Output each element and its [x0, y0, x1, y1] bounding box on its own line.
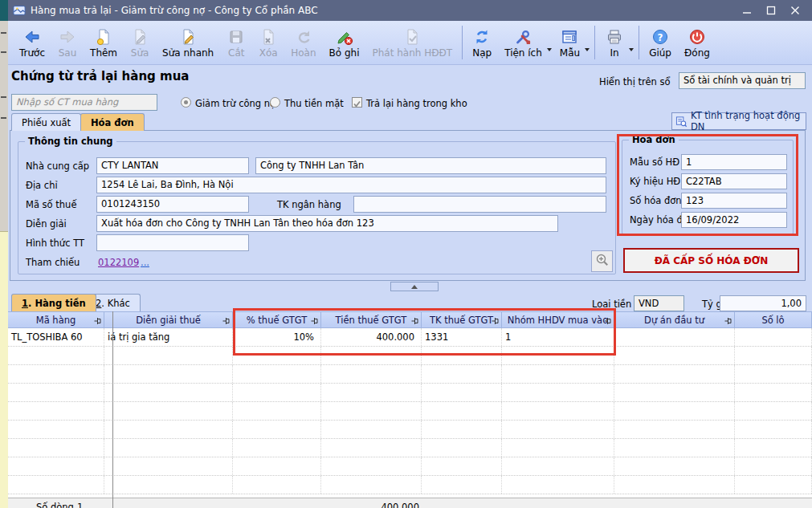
- page-title: Chứng từ trả lại hàng mua: [11, 69, 189, 83]
- frozen-column-divider[interactable]: [112, 311, 113, 508]
- description-input[interactable]: Xuất hóa đơn cho Công ty TNHH Lan Tân th…: [96, 215, 558, 232]
- toolbar-separator: [639, 26, 639, 59]
- pin-icon[interactable]: [724, 316, 732, 327]
- toolbar-button-print[interactable]: In: [598, 23, 630, 62]
- table-cell: [614, 457, 735, 475]
- tab-phieu-xuat[interactable]: Phiếu xuất: [11, 113, 81, 131]
- pin-icon[interactable]: [311, 316, 318, 327]
- column-header[interactable]: Dự án đầu tư: [614, 312, 735, 327]
- table-cell: [502, 476, 614, 494]
- table-row[interactable]: TL_TOSHIBA 60iá trị gia tăng10%400.00013…: [8, 328, 812, 347]
- table-cell: [502, 347, 614, 364]
- table-empty-row[interactable]: [8, 384, 812, 402]
- radio-debt-reduction[interactable]: [181, 97, 191, 108]
- column-header[interactable]: Mã hàng: [8, 312, 104, 327]
- column-header-label: % thuế GTGT: [247, 315, 307, 326]
- supplier-label: Nhà cung cấp: [26, 161, 89, 172]
- table-cell: [422, 421, 502, 438]
- checkbox-return-goods[interactable]: [352, 97, 362, 108]
- table-cell: [233, 457, 321, 475]
- table-empty-row[interactable]: [8, 457, 812, 476]
- invoice-field-input[interactable]: C22TAB: [681, 173, 787, 189]
- table-cell: [735, 457, 812, 475]
- table-cell: [233, 365, 321, 383]
- pin-icon[interactable]: [604, 316, 611, 327]
- table-cell: 400.000: [321, 328, 422, 346]
- tab-hang-tien[interactable]: 1. Hàng tiền: [11, 294, 96, 311]
- issue-einvoice-icon: [402, 27, 422, 47]
- column-header[interactable]: Số lô: [735, 312, 812, 327]
- column-header-label: Nhóm HHDV mua vào: [508, 315, 608, 326]
- pin-icon[interactable]: [411, 316, 418, 327]
- payment-method-input[interactable]: [96, 234, 249, 251]
- table-cell: [422, 365, 502, 383]
- invoice-field-input[interactable]: 16/09/2022: [681, 212, 787, 228]
- toolbar-button-help[interactable]: ?Giúp: [643, 23, 678, 62]
- maximize-icon[interactable]: [762, 3, 780, 18]
- invoice-issued-status: ĐÃ CẤP SỐ HÓA ĐƠN: [623, 248, 799, 273]
- reference-more-link[interactable]: ...: [141, 257, 149, 268]
- toolbar-button-quick-edit[interactable]: Sửa nhanh: [156, 23, 220, 62]
- table-cell: [614, 421, 735, 438]
- toolbar-button-cancel-post[interactable]: Bỏ ghi: [323, 23, 366, 62]
- table-cell: [735, 365, 812, 383]
- splitter-handle[interactable]: [390, 282, 439, 291]
- column-header[interactable]: Diễn giải thuế: [104, 312, 233, 327]
- exchange-rate-input[interactable]: 1,00: [720, 295, 806, 311]
- display-on-book-select[interactable]: Sổ tài chính và quản trị: [679, 72, 806, 89]
- column-header[interactable]: Nhóm HHDV mua vào: [502, 312, 614, 327]
- table-cell: [735, 384, 812, 401]
- table-cell: [321, 365, 422, 383]
- toolbar-button-back[interactable]: Trước: [13, 23, 51, 62]
- bank-account-input[interactable]: [353, 196, 606, 213]
- supplier-name-input[interactable]: Công ty TNHH Lan Tân: [255, 157, 606, 174]
- table-empty-row[interactable]: [8, 476, 812, 494]
- kt-status-button[interactable]: KT tình trạng hoạt động DN: [671, 112, 806, 130]
- table-empty-row[interactable]: [8, 365, 812, 384]
- column-header[interactable]: TK thuế GTGT: [422, 312, 502, 327]
- radio-cash[interactable]: [270, 97, 280, 108]
- toolbar-button-templates[interactable]: Mẫu: [553, 23, 586, 62]
- minimize-icon[interactable]: [738, 3, 756, 18]
- add-icon: [94, 27, 113, 47]
- cancel-post-icon: [335, 27, 354, 47]
- table-empty-row[interactable]: [8, 439, 812, 457]
- toolbar-button-add[interactable]: Thêm: [84, 23, 124, 62]
- toolbar-button-issue-einvoice: Phát hành HĐĐT: [366, 23, 459, 62]
- supplier-code-input[interactable]: CTY LANTAN: [96, 157, 249, 174]
- invoice-field-input[interactable]: 1: [681, 154, 787, 170]
- delete-icon: [259, 27, 278, 47]
- toolbar-button-label: Xóa: [259, 47, 278, 59]
- column-header[interactable]: % thuế GTGT: [233, 312, 321, 327]
- table-cell: [735, 439, 812, 457]
- column-header[interactable]: Tiền thuế GTGT: [321, 312, 422, 327]
- pin-icon[interactable]: [94, 316, 101, 327]
- currency-input[interactable]: VND: [634, 295, 684, 311]
- table-empty-row[interactable]: [8, 402, 812, 421]
- reference-link[interactable]: 0122109: [98, 257, 139, 268]
- tab-hoa-don[interactable]: Hóa đơn: [80, 113, 145, 131]
- table-empty-row[interactable]: [8, 421, 812, 439]
- grid-header: Mã hàngDiễn giải thuế% thuế GTGTTiền thu…: [8, 311, 812, 328]
- invoice-legend: Hoá đơn: [629, 134, 679, 145]
- toolbar-button-close[interactable]: Đóng: [678, 23, 716, 62]
- close-icon[interactable]: [786, 3, 804, 18]
- invoice-field-input[interactable]: 123: [681, 193, 787, 209]
- general-info-legend: Thông tin chung: [25, 136, 116, 147]
- toolbar-button-utilities[interactable]: Tiện ích: [498, 23, 549, 62]
- ct-number-input[interactable]: Nhập số CT mua hàng: [11, 94, 157, 111]
- table-empty-row[interactable]: [8, 347, 812, 365]
- table-cell: [321, 384, 422, 401]
- table-cell: [8, 384, 104, 401]
- pin-icon[interactable]: [222, 316, 230, 327]
- zoom-detail-button[interactable]: [591, 250, 613, 272]
- address-input[interactable]: 1254 Lê Lai, Ba Đình, Hà Nội: [96, 177, 606, 193]
- table-cell: [614, 328, 735, 346]
- background-window-sliver: [0, 0, 8, 508]
- app-icon: [13, 4, 26, 17]
- table-cell: [422, 476, 502, 494]
- tax-code-input[interactable]: 0101243150: [96, 196, 249, 213]
- toolbar-button-reload[interactable]: Nạp: [466, 23, 498, 62]
- table-cell: [502, 439, 614, 457]
- pin-icon[interactable]: [492, 316, 499, 327]
